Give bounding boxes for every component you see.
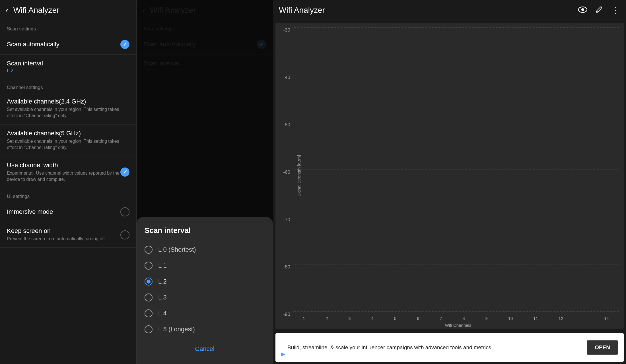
keep-screen-desc: Prevent the screen from automatically tu…: [7, 236, 120, 242]
y-label-4: -70: [283, 217, 290, 223]
radio-l4[interactable]: L 4: [145, 305, 265, 321]
scan-interval-value: L 2: [7, 68, 129, 74]
radio-l5-label: L 5 (Longest): [158, 326, 195, 333]
x-axis: 1 2 3 4 5 6 7 8 9 10 11 12 14: [293, 316, 619, 321]
channel-width-desc: Experimental. Use channel width values r…: [7, 170, 120, 183]
settings-list: Scan settings Scan automatically ✓ Scan …: [0, 20, 136, 248]
cancel-button[interactable]: Cancel: [188, 343, 221, 355]
left-app-bar: ‹ Wifi Analyzer: [0, 0, 136, 20]
wrench-icon[interactable]: [595, 5, 603, 15]
channel-settings-header: Channel settings: [0, 79, 136, 93]
scan-auto-item[interactable]: Scan automatically ✓: [0, 34, 136, 55]
dialog-cancel-area: Cancel: [145, 337, 265, 356]
svg-point-2: [596, 11, 598, 12]
channel-width-content: Use channel width Experimental. Use chan…: [7, 162, 120, 183]
x-label-10: 10: [508, 316, 513, 321]
middle-panel: ‹ Wifi Analyzer Scan settings Scan autom…: [137, 0, 273, 364]
x-label-9: 9: [485, 316, 488, 321]
radio-l3-label: L 3: [158, 294, 167, 301]
back-button[interactable]: ‹: [6, 6, 8, 15]
scan-auto-title: Scan automatically: [7, 41, 120, 48]
scan-settings-header: Scan settings: [0, 20, 136, 34]
y-label-5: -80: [283, 264, 290, 270]
radio-l4-outer: [145, 309, 153, 317]
avail-5-item[interactable]: Available channels(5 GHz) Set available …: [0, 125, 136, 156]
keep-screen-checkbox[interactable]: [120, 230, 129, 239]
checkmark-icon: ✓: [123, 41, 127, 47]
y-label-3: -60: [283, 169, 290, 175]
x-label-3: 3: [348, 316, 351, 321]
immersive-title: Immersive mode: [7, 208, 120, 216]
grid-line-1: [293, 27, 619, 28]
keep-screen-title: Keep screen on: [7, 227, 120, 235]
radio-l5[interactable]: L 5 (Longest): [145, 321, 265, 337]
scan-auto-content: Scan automatically: [7, 41, 120, 48]
radio-l2[interactable]: L 2: [145, 274, 265, 289]
grid-lines: [293, 27, 619, 312]
y-label-1: -40: [283, 75, 290, 80]
scan-interval-dialog: Scan interval L 0 (Shortest) L 1 L 2 L 3…: [137, 217, 273, 364]
y-label-6: -90: [283, 312, 290, 317]
svg-point-1: [581, 8, 584, 11]
x-label-8: 8: [462, 316, 465, 321]
grid-line-6: [293, 264, 619, 264]
x-label-1: 1: [303, 316, 305, 321]
immersive-checkbox[interactable]: [120, 207, 129, 216]
avail-5-desc: Set available channels in your region. T…: [7, 138, 129, 151]
keep-screen-item[interactable]: Keep screen on Prevent the screen from a…: [0, 222, 136, 247]
y-label-0: -30: [283, 27, 290, 33]
channel-width-item[interactable]: Use channel width Experimental. Use chan…: [0, 156, 136, 188]
keep-screen-content: Keep screen on Prevent the screen from a…: [7, 227, 120, 242]
avail-5-content: Available channels(5 GHz) Set available …: [7, 130, 129, 151]
dialog-title: Scan interval: [145, 226, 265, 235]
radio-l1-label: L 1: [158, 262, 167, 269]
chart-container: -30 -40 -50 -60 -70 -80 -90 Signal Stren…: [275, 23, 624, 329]
x-label-14: 14: [604, 316, 609, 321]
radio-l2-label: L 2: [158, 278, 167, 285]
channel-width-title: Use channel width: [7, 162, 120, 169]
radio-l2-outer: [145, 278, 153, 286]
y-axis: -30 -40 -50 -60 -70 -80 -90: [275, 23, 293, 329]
left-panel: ‹ Wifi Analyzer Scan settings Scan autom…: [0, 0, 137, 364]
avail-24-title: Available channels(2.4 GHz): [7, 98, 129, 105]
x-label-6: 6: [417, 316, 419, 321]
radio-l0-outer: [145, 246, 153, 254]
x-label-11: 11: [533, 316, 538, 321]
channel-width-checkmark: ✓: [123, 169, 127, 175]
right-app-title: Wifi Analyzer: [279, 6, 325, 15]
ad-icon: ▶: [281, 351, 285, 357]
grid-line-7: [293, 311, 619, 312]
radio-l2-inner: [147, 280, 151, 284]
avail-24-item[interactable]: Available channels(2.4 GHz) Set availabl…: [0, 93, 136, 125]
scan-auto-checkbox[interactable]: ✓: [120, 40, 129, 49]
ad-banner: ▶ Build, streamline, & scale your influe…: [275, 333, 624, 362]
x-label-4: 4: [371, 316, 374, 321]
scan-interval-title: Scan interval: [7, 60, 129, 67]
more-icon[interactable]: ⋮: [611, 5, 620, 16]
grid-line-4: [293, 169, 619, 170]
radio-l1[interactable]: L 1: [145, 258, 265, 274]
right-panel: Wifi Analyzer ⋮ -30 -40 -50 -60 -7: [273, 0, 626, 364]
x-label-12: 12: [559, 316, 563, 321]
avail-5-title: Available channels(5 GHz): [7, 130, 129, 137]
right-toolbar-icons: ⋮: [578, 5, 620, 16]
y-label-2: -50: [283, 122, 290, 128]
grid-line-3: [293, 122, 619, 122]
grid-line-5: [293, 217, 619, 217]
channel-width-checkbox[interactable]: ✓: [120, 167, 129, 177]
immersive-item[interactable]: Immersive mode: [0, 202, 136, 222]
avail-24-desc: Set available channels in your region. T…: [7, 106, 129, 119]
radio-l0[interactable]: L 0 (Shortest): [145, 242, 265, 258]
x-axis-title: Wifi Channels: [445, 323, 471, 328]
ui-settings-header: UI settings: [0, 188, 136, 202]
immersive-content: Immersive mode: [7, 208, 120, 216]
avail-24-content: Available channels(2.4 GHz) Set availabl…: [7, 98, 129, 119]
radio-l3[interactable]: L 3: [145, 289, 265, 305]
eye-icon[interactable]: [578, 6, 587, 15]
x-label-7: 7: [440, 316, 442, 321]
x-label-2: 2: [326, 316, 328, 321]
ad-open-button[interactable]: OPEN: [587, 340, 618, 355]
left-app-title: Wifi Analyzer: [13, 6, 59, 15]
grid-line-2: [293, 75, 619, 75]
scan-interval-item[interactable]: Scan interval L 2: [0, 55, 136, 79]
